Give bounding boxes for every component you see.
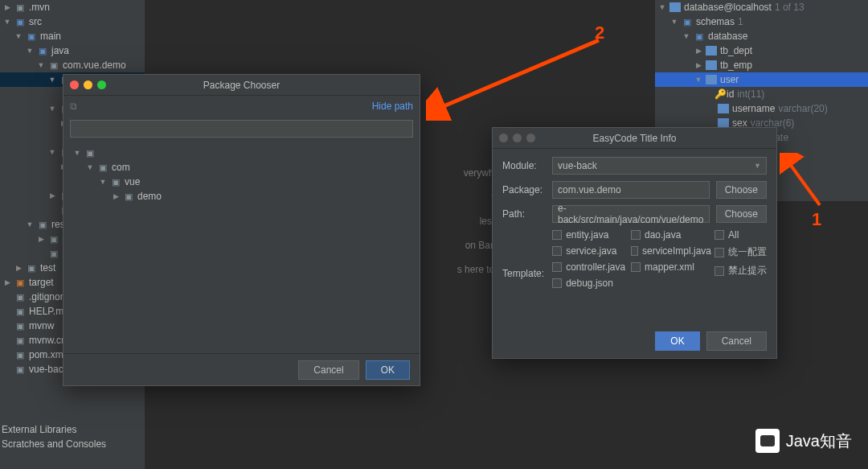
checkbox-icon[interactable] [631,262,641,272]
ok-button[interactable]: OK [366,360,410,380]
package-tree[interactable]: ▣▣com▣vue▣demo [63,141,420,208]
expand-icon[interactable] [112,192,120,200]
module-value: vue-back [558,160,597,171]
window-controls[interactable] [499,134,535,142]
expand-icon[interactable] [682,32,690,40]
expand-icon[interactable] [48,105,56,113]
expand-icon[interactable] [3,278,11,286]
template-checkbox[interactable]: serviceImpl.java [631,245,711,257]
expand-icon[interactable] [14,264,23,272]
cancel-button[interactable]: Cancel [298,360,358,380]
expand-icon[interactable] [99,178,107,186]
expand-icon[interactable] [86,163,94,171]
package-icon: ▣ [48,60,59,71]
watermark-text: Java知音 [786,430,852,452]
template-checkbox[interactable]: 统一配置 [714,245,767,259]
expand-icon[interactable] [37,235,45,243]
checkbox-icon[interactable] [552,230,562,240]
template-checkbox[interactable]: debug.json [552,278,628,289]
expand-icon[interactable] [3,18,11,26]
new-folder-icon[interactable]: ⧉ [70,101,77,112]
close-icon[interactable] [70,80,79,89]
package-item[interactable]: ▣vue [70,175,413,189]
tree-label: java [51,45,69,56]
expand-icon[interactable] [658,3,666,11]
tree-label: test [40,262,55,274]
file-icon: ▣ [48,248,59,259]
package-input[interactable]: com.vue.demo [552,181,710,199]
cancel-button[interactable]: Cancel [706,331,767,351]
table-icon [706,75,717,84]
expand-icon[interactable] [3,3,11,11]
hide-path-link[interactable]: Hide path [372,101,413,112]
template-checkbox[interactable]: dao.java [631,229,711,241]
expand-icon[interactable] [26,47,34,55]
package-item[interactable]: ▣com [70,160,413,175]
tree-item[interactable]: ▣com.vue.demo [0,58,145,72]
dialog-title: Package Chooser [203,80,280,91]
tree-item[interactable]: ▣src [0,14,145,29]
external-libraries[interactable]: External Libraries [0,424,76,435]
watermark: Java知音 [755,429,852,453]
db-label: database [708,31,747,42]
db-item[interactable]: user [655,72,868,87]
package-item[interactable]: ▣demo [70,189,413,204]
db-item[interactable]: usernamevarchar(20) [655,101,868,116]
window-controls[interactable] [70,80,106,89]
minimize-icon[interactable] [513,134,522,142]
template-checkbox[interactable]: All [714,229,767,241]
checkbox-icon[interactable] [631,230,641,240]
close-icon[interactable] [499,134,508,142]
tree-item[interactable]: ▣java [0,43,145,58]
db-item[interactable]: database@localhost1 of 13 [655,0,868,14]
checkbox-icon[interactable] [552,278,562,288]
ok-button[interactable]: OK [655,331,699,351]
expand-icon[interactable] [694,47,702,55]
tree-item[interactable]: ▣main [0,29,145,43]
tree-label: com.vue.demo [63,60,126,71]
dialog-title: EasyCode Title Info [592,133,676,144]
db-item[interactable]: 🔑idint(11) [655,87,868,101]
expand-icon[interactable] [37,61,45,69]
template-checkbox[interactable]: mapper.xml [631,261,711,273]
db-item[interactable]: ▣database [655,29,868,43]
checkbox-icon[interactable] [714,230,724,240]
expand-icon[interactable] [73,149,81,157]
checkbox-icon[interactable] [714,248,724,257]
package-item[interactable]: ▣ [70,146,413,160]
template-checkbox[interactable]: entity.java [552,229,628,241]
db-item[interactable]: ▣schemas1 [655,14,868,29]
template-checkbox[interactable]: service.java [552,245,628,257]
package-icon: ▣ [84,147,96,158]
path-input[interactable] [70,120,413,138]
hint-text: on Bar [465,240,493,251]
path-input[interactable]: e-back/src/main/java/com/vue/demo [552,205,710,223]
tree-item[interactable]: ▣.mvn [0,0,145,14]
minimize-icon[interactable] [84,80,92,89]
db-item[interactable]: tb_dept [655,43,868,58]
easycode-dialog: EasyCode Title Info Module: vue-back ▼ P… [492,127,777,359]
scratches-consoles[interactable]: Scratches and Consoles [0,438,106,450]
expand-icon[interactable] [670,18,678,26]
expand-icon[interactable] [26,220,34,228]
expand-icon[interactable] [48,76,56,84]
template-checkbox[interactable]: 禁止提示 [714,264,767,278]
db-item[interactable]: tb_emp [655,58,868,72]
expand-icon[interactable] [48,148,56,156]
template-checkbox[interactable]: controller.java [552,261,628,273]
path-value: e-back/src/main/java/com/vue/demo [558,203,704,225]
maximize-icon[interactable] [97,80,106,89]
folder-icon: ▣ [14,2,26,13]
expand-icon[interactable] [48,191,56,200]
checkbox-icon[interactable] [552,246,562,256]
checkbox-icon[interactable] [714,266,724,276]
choose-path-button[interactable]: Choose [716,205,767,223]
module-select[interactable]: vue-back ▼ [552,157,767,175]
expand-icon[interactable] [694,76,702,84]
choose-package-button[interactable]: Choose [716,181,767,199]
expand-icon[interactable] [694,61,702,69]
checkbox-icon[interactable] [552,262,562,272]
expand-icon[interactable] [14,32,23,40]
checkbox-icon[interactable] [631,246,638,256]
maximize-icon[interactable] [526,134,535,142]
